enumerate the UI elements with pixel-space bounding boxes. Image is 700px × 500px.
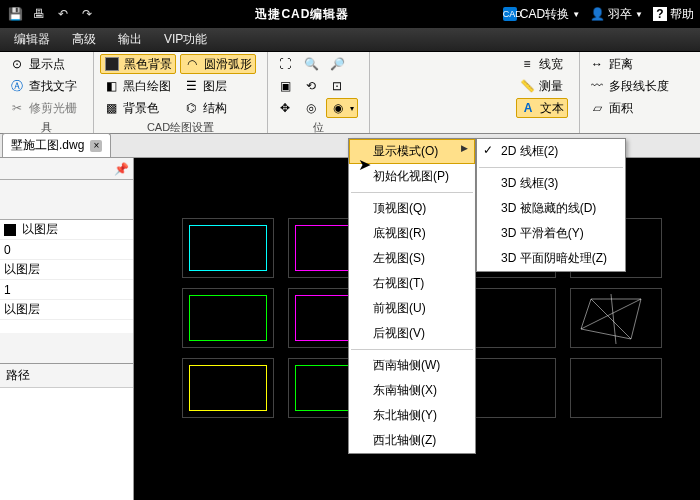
group-label-view: 位 <box>274 118 363 137</box>
lw-icon: ≡ <box>519 56 535 72</box>
mi-3d-wireframe[interactable]: 3D 线框(3) <box>477 171 625 196</box>
path-label: 路径 <box>0 363 133 387</box>
bg-color[interactable]: ▩背景色 <box>100 98 176 118</box>
mi-left-view[interactable]: 左视图(S) <box>349 246 475 271</box>
orbit-icon: ◎ <box>303 100 319 116</box>
save-icon[interactable]: 💾 <box>4 3 26 25</box>
display-mode-submenu: 2D 线框(2) 3D 线框(3) 3D 被隐藏的线(D) 3D 平滑着色(Y)… <box>476 138 626 272</box>
ribbon: ⊙显示点 Ⓐ查找文字 ✂修剪光栅 具 黑色背景 ◧黑白绘图 ▩背景色 ◠圆滑弧形… <box>0 52 700 134</box>
zoom-out-icon: 🔎 <box>329 56 345 72</box>
list-item: 1 <box>0 280 133 300</box>
zoom-prev[interactable]: ⟲ <box>300 76 322 96</box>
mi-3d-smooth[interactable]: 3D 平滑着色(Y) <box>477 221 625 246</box>
menu-advanced[interactable]: 高级 <box>62 28 106 51</box>
layers-btn[interactable]: ☰图层 <box>180 76 256 96</box>
print-icon[interactable]: 🖶 <box>28 3 50 25</box>
bgcolor-icon: ▩ <box>103 100 119 116</box>
distance[interactable]: ↔距离 <box>586 54 672 74</box>
pan-icon: ✥ <box>277 100 293 116</box>
list-item: 以图层 <box>0 220 133 240</box>
group-label-cad-settings: CAD绘图设置 <box>100 118 261 137</box>
view-dropdown[interactable]: ◉▾ <box>326 98 358 118</box>
trim-icon: ✂ <box>9 100 25 116</box>
zoom-extents[interactable]: ⛶ <box>274 54 296 74</box>
zoom-window[interactable]: ▣ <box>274 76 296 96</box>
menu-bar: 编辑器 高级 输出 VIP功能 <box>0 28 700 52</box>
cad-convert-link[interactable]: CADCAD转换▼ <box>503 6 580 23</box>
user-menu[interactable]: 👤羽卒▼ <box>590 6 643 23</box>
layers-icon: ☰ <box>183 78 199 94</box>
color-swatch <box>4 224 16 236</box>
blackbg-icon <box>105 57 119 71</box>
tab-document[interactable]: 墅施工图.dwg × <box>2 133 111 157</box>
find-icon: Ⓐ <box>9 78 25 94</box>
menu-vip[interactable]: VIP功能 <box>154 28 217 51</box>
zoom-ext-icon: ⛶ <box>277 56 293 72</box>
list-item: 以图层 <box>0 300 133 320</box>
area[interactable]: ▱面积 <box>586 98 672 118</box>
mi-back-view[interactable]: 后视图(V) <box>349 321 475 346</box>
show-points[interactable]: ⊙显示点 <box>6 54 80 74</box>
mi-se-iso[interactable]: 东南轴侧(X) <box>349 378 475 403</box>
lineweight[interactable]: ≡线宽 <box>516 54 568 74</box>
pin-icon[interactable]: 📌 <box>113 161 129 177</box>
text-icon: A <box>520 100 536 116</box>
structure-btn[interactable]: ⌬结构 <box>180 98 256 118</box>
zoom-all[interactable]: ⊡ <box>326 76 358 96</box>
layer-list[interactable]: 以图层 0 以图层 1 以图层 <box>0 220 133 333</box>
mi-top-view[interactable]: 顶视图(Q) <box>349 196 475 221</box>
arc-icon: ◠ <box>184 56 200 72</box>
zoom-all-icon: ⊡ <box>329 78 345 94</box>
text-tool[interactable]: A文本 <box>516 98 568 118</box>
bw-draw[interactable]: ◧黑白绘图 <box>100 76 176 96</box>
mi-nw-iso[interactable]: 西北轴侧(Z) <box>349 428 475 453</box>
find-text[interactable]: Ⓐ查找文字 <box>6 76 80 96</box>
title-bar: 💾 🖶 ↶ ↷ 迅捷CAD编辑器 CADCAD转换▼ 👤羽卒▼ ?帮助 <box>0 0 700 28</box>
mouse-cursor: ➤ <box>358 155 371 174</box>
mi-ne-iso[interactable]: 东北轴侧(Y) <box>349 403 475 428</box>
mi-2d-wireframe[interactable]: 2D 线框(2) <box>477 139 625 164</box>
zoom-in[interactable]: 🔍 <box>300 54 322 74</box>
polyline-len[interactable]: 〰多段线长度 <box>586 76 672 96</box>
zoom-in-icon: 🔍 <box>303 56 319 72</box>
close-icon[interactable]: × <box>90 140 102 152</box>
pline-icon: 〰 <box>589 78 605 94</box>
zoom-prev-icon: ⟲ <box>303 78 319 94</box>
trim-raster[interactable]: ✂修剪光栅 <box>6 98 80 118</box>
black-bg[interactable]: 黑色背景 <box>100 54 176 74</box>
list-item: 0 <box>0 240 133 260</box>
menu-output[interactable]: 输出 <box>108 28 152 51</box>
help-link[interactable]: ?帮助 <box>653 6 694 23</box>
view-menu-popup: 显示模式(O) 初始化视图(P) 顶视图(Q) 底视图(R) 左视图(S) 右视… <box>348 138 476 454</box>
dist-icon: ↔ <box>589 56 605 72</box>
menu-editor[interactable]: 编辑器 <box>4 28 60 51</box>
mi-front-view[interactable]: 前视图(U) <box>349 296 475 321</box>
redo-icon[interactable]: ↷ <box>76 3 98 25</box>
zoom-win-icon: ▣ <box>277 78 293 94</box>
app-title: 迅捷CAD编辑器 <box>102 6 503 23</box>
mi-bottom-view[interactable]: 底视图(R) <box>349 221 475 246</box>
side-panel: 📌 以图层 0 以图层 1 以图层 路径 <box>0 158 134 500</box>
area-icon: ▱ <box>589 100 605 116</box>
mi-right-view[interactable]: 右视图(T) <box>349 271 475 296</box>
mi-3d-flat[interactable]: 3D 平面阴暗处理(Z) <box>477 246 625 271</box>
orbit[interactable]: ◎ <box>300 98 322 118</box>
pan[interactable]: ✥ <box>274 98 296 118</box>
struct-icon: ⌬ <box>183 100 199 116</box>
mi-3d-hidden[interactable]: 3D 被隐藏的线(D) <box>477 196 625 221</box>
smooth-arc[interactable]: ◠圆滑弧形 <box>180 54 256 74</box>
measure[interactable]: 📏测量 <box>516 76 568 96</box>
point-icon: ⊙ <box>9 56 25 72</box>
mi-sw-iso[interactable]: 西南轴侧(W) <box>349 353 475 378</box>
undo-icon[interactable]: ↶ <box>52 3 74 25</box>
zoom-out[interactable]: 🔎 <box>326 54 358 74</box>
measure-icon: 📏 <box>519 78 535 94</box>
view-icon: ◉ <box>330 100 346 116</box>
tab-label: 墅施工图.dwg <box>11 137 84 154</box>
bw-icon: ◧ <box>103 78 119 94</box>
list-item: 以图层 <box>0 260 133 280</box>
